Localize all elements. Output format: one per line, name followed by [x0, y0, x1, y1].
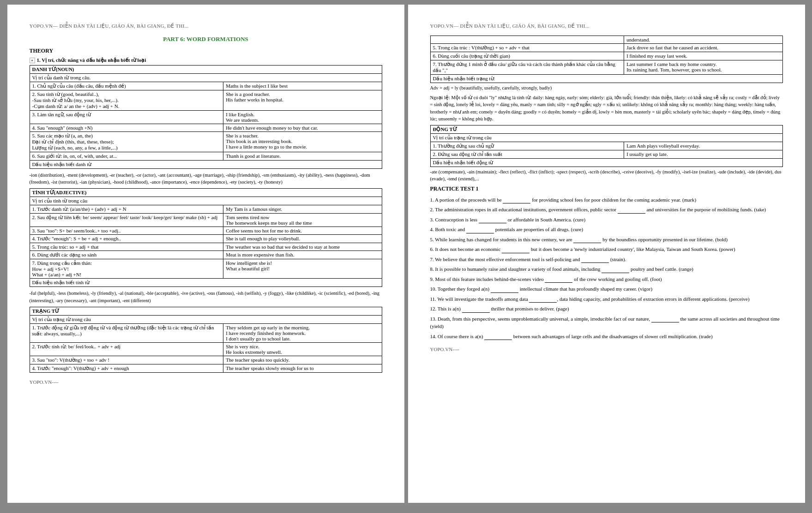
table-row: understand.	[430, 36, 782, 44]
practice-item-7: 7. We believe that the most effective en…	[430, 256, 783, 263]
table-row: 5. Trong câu trúc : V(thường) + so + adv…	[430, 44, 782, 52]
trang-tu-table: TRẠNG TỪ Vị trí của trạng từ trong câu 1…	[30, 307, 382, 373]
blank-3	[479, 223, 506, 223]
practice-item-14: 14. Of course there is a(n) between such…	[430, 333, 783, 340]
table-row: 4. Trước "enough": V(thường) + adv + eno…	[30, 364, 382, 372]
blank-11	[529, 302, 557, 303]
table-row: 3. Sau "too": V(thường) + too + adv ! Th…	[30, 356, 382, 364]
table-row: 1. Trước danh từ: (a/an/the) + (adv) + a…	[30, 205, 382, 214]
tinh-tu-vitri: Vị trí của tính từ trong câu	[30, 197, 382, 205]
practice-item-3: 3. Contraception is less or affordable i…	[430, 216, 783, 224]
practice-item-4: 4. Both toxic and potentials are propert…	[430, 226, 783, 233]
table-row: 5. Sau các mạo từ (a, an, the)Đại từ chỉ…	[30, 132, 382, 152]
blank-13	[651, 322, 679, 322]
table-row: 4. Trước "enough": S + be + adj + enough…	[30, 235, 382, 243]
left-page: YOPO.VN— DIỄN ĐÀN TÀI LIỆU, GIÁO ÁN, BÀI…	[7, 5, 404, 503]
practice-item-10: 10. Together they forged a(n) intellectu…	[430, 285, 783, 293]
danh-tu-note: -ion (distribution), -ment (development)…	[30, 172, 382, 185]
left-site-header: YOPO.VN— DIỄN ĐÀN TÀI LIỆU, GIÁO ÁN, BÀI…	[30, 23, 382, 29]
table-row: 7. Dùng trong cầu cảm thán:How + adj +S+…	[30, 259, 382, 279]
practice-item-1: 1. A portion of the proceeds will be for…	[430, 196, 783, 204]
practice-item-13: 13. Death, from this perspective, seems …	[430, 315, 783, 330]
part-title: PART 6: WORD FORMATIONS	[30, 36, 382, 43]
dong-tu-table: ĐỘNG TỪ Vị trí của trạng từ trong câu 1.…	[430, 125, 783, 167]
blank-5	[573, 243, 601, 243]
table-row: 2. Sau động từ liên kết: be/ seem/ appea…	[30, 214, 382, 227]
trang-tu-header: TRẠNG TỪ	[30, 307, 382, 315]
continuation-table: understand. 5. Trong câu trúc : V(thường…	[430, 36, 783, 83]
adv-note: Adv = adj + ly (beautifully, usefully, c…	[430, 84, 783, 91]
table-row: 3. Sau "too": S+ be/ seem/look..+ too +a…	[30, 227, 382, 235]
practice-list: 1. A portion of the proceeds will be for…	[430, 196, 783, 340]
practice-item-11: 11. We will investigate the tradeoffs am…	[430, 295, 783, 303]
tinh-tu-header: TÍNH TỪ(ADJECTIVE)	[30, 189, 382, 197]
blank-4	[466, 233, 494, 233]
right-site-footer: YOPO.VN----	[430, 346, 783, 352]
danh-tu-vitri: Vị trí của danh từ trong câu.	[30, 74, 382, 82]
blank-7	[581, 262, 609, 263]
table-row: 4. Sau "enough" (enough +N) He didn't ha…	[30, 124, 382, 132]
practice-item-5: 5. While learning has changed for studen…	[430, 236, 783, 244]
dong-tu-note: -ate (compensate), -ain (maintain); -fle…	[430, 168, 783, 182]
section1-header: + 1. Vị trí, chức năng và dấu hiệu nhận …	[30, 57, 382, 63]
blank-1	[503, 203, 530, 203]
practice-item-6: 6. It does not become an economic but it…	[430, 245, 783, 253]
table-row: 1. Chủ ngữ của câu (đầu câu, đầu mệnh đề…	[30, 82, 382, 90]
danh-tu-table: DANH TỪ(NOUN) Vị trí của danh từ trong c…	[30, 65, 382, 169]
blank-10	[491, 292, 518, 293]
table-row: 7. Thường đứng 1 mình ở đầu câu/ giữa câ…	[430, 60, 782, 75]
table-row: 2. Trước tính từ: be/ feel/look.. + adv …	[30, 342, 382, 356]
table-row: 6. Sau giới từ: in, on, of, with, under,…	[30, 152, 382, 161]
practice-item-2: 2. The administration ropes in all educa…	[430, 206, 783, 214]
expand-icon[interactable]: +	[30, 58, 35, 63]
practice-item-9: 9. Most of this feature includes behind-…	[430, 275, 783, 283]
practice-item-12: 12. This is a(n) thriller that promises …	[430, 305, 783, 313]
table-row: 2. Sau tính từ (good, beautiful..),-Sau …	[30, 90, 382, 111]
theory-label: THEORY	[30, 48, 382, 54]
practice-title: PRACTICE TEST 1	[430, 185, 783, 192]
blank-12	[462, 312, 490, 313]
blank-2	[618, 213, 645, 214]
dau-hieu-tinh-tu: Dấu hiệu nhận biết tính từ	[30, 279, 382, 287]
table-row: 6. Dùng cuối câu (trạng từ thời gian) I …	[430, 52, 782, 60]
right-page: YOPO.VN— DIỄN ĐÀN TÀI LIỆU, GIÁO ÁN, BÀI…	[408, 5, 805, 503]
table-row: 3. Làm tân ngữ, sau động từ I like Engli…	[30, 111, 382, 124]
left-site-footer: YOPO.VN----	[30, 379, 382, 385]
right-site-header: YOPO.VN— DIỄN ĐÀN TÀI LIỆU, GIÁO ÁN, BÀI…	[430, 23, 783, 29]
blank-9	[545, 282, 572, 283]
danh-tu-header: DANH TỪ(NOUN)	[30, 66, 382, 74]
blank-14	[484, 340, 512, 340]
blank-6	[502, 253, 529, 253]
table-row: 2. Đứng sau động từ chỉ tần suất I usual…	[430, 150, 782, 159]
dong-tu-header: ĐỘNG TỪ	[430, 125, 782, 134]
tinh-tu-table: TÍNH TỪ(ADJECTIVE) Vị trí của tính từ tr…	[30, 188, 382, 287]
blank-8	[601, 273, 629, 273]
dau-hieu-trang-tu: Dấu hiệu nhận biết trạng từ:	[430, 75, 782, 83]
table-row: 5. Trong câu trúc: so + adj + that The w…	[30, 243, 382, 251]
table-row: 1. Thường đứng sau chủ ngữ Lam Anh plays…	[430, 142, 782, 150]
ngoai-le-note: Ngoại lệ: Một số từ có đuôi "ly" nhưng l…	[430, 94, 783, 122]
dau-hieu-danh-tu: Dấu hiệu nhận biết danh từ	[30, 161, 382, 169]
dong-tu-vitri: Vị trí của trạng từ trong câu	[430, 134, 782, 142]
table-row: 6. Dùng dưới các dạng so sánh Meat is mo…	[30, 251, 382, 259]
tinh-tu-note: -ful (helpful), -less (homeless), -ly (f…	[30, 290, 382, 304]
trang-tu-vitri: Vị trí của trạng từ trong câu	[30, 315, 382, 323]
table-row: 1. Trước động từ giữa trợ động từ và độn…	[30, 323, 382, 342]
practice-item-8: 8. It is possible to humanely raise and …	[430, 265, 783, 273]
dau-hieu-dong-tu: Dấu hiệu nhận biết động từ	[430, 159, 782, 167]
